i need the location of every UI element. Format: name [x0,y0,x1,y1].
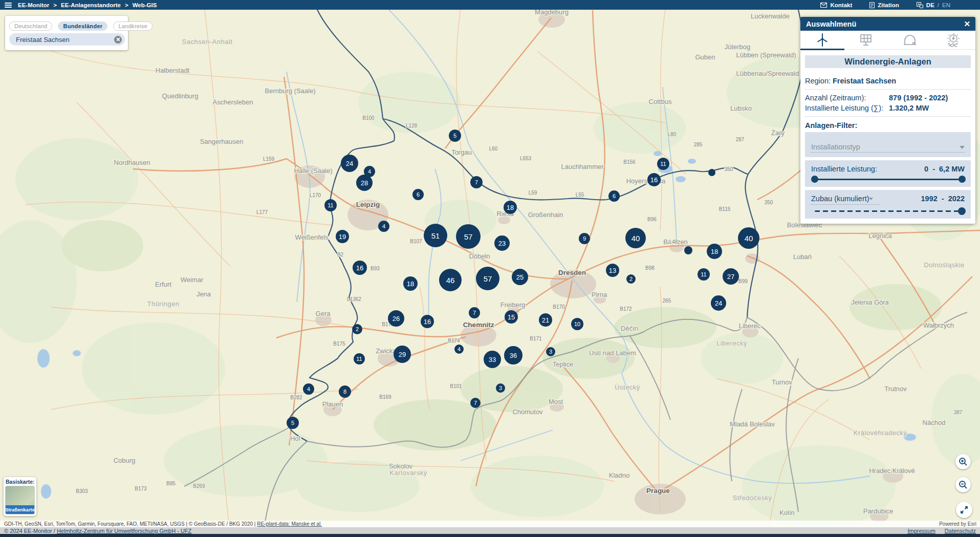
citation-link[interactable]: Zitation [869,2,899,8]
basemap-card: Basiskarte: Straßenkarte [4,477,36,516]
tab-windenergie[interactable] [800,31,844,49]
basemap-selected: Straßenkarte [6,505,34,514]
map-cluster[interactable]: 5 [449,130,461,142]
language-secondary: EN [942,2,950,8]
zubau-slider-track[interactable] [815,210,961,212]
map-cluster[interactable]: 57 [476,267,499,290]
menu-icon[interactable] [5,3,12,8]
map-cluster[interactable]: 51 [424,224,447,247]
map-cluster[interactable]: 11 [657,158,669,170]
wind-turbine-icon [815,32,830,48]
installation-type-select[interactable]: Installationstyp [805,132,971,157]
power-filter-label: Installierte Leistung: [811,165,877,173]
map-cluster[interactable]: 18 [504,201,517,214]
map-cluster[interactable]: 2 [626,274,636,284]
map-cluster[interactable]: 18 [707,244,722,259]
citation-label: Zitation [878,2,899,8]
contact-label: Kontakt [830,2,852,8]
map-cluster[interactable]: 8 [339,385,351,398]
zoom-out-button[interactable] [955,477,971,492]
map-cluster[interactable]: 13 [606,264,619,277]
map-cluster[interactable]: 16 [647,173,661,186]
region-level-tabs: Deutschland Bundesländer Landkreise [9,22,153,31]
map-cluster[interactable]: 40 [625,228,646,248]
map-cluster[interactable]: 10 [571,318,583,330]
map-cluster[interactable]: 9 [579,233,590,244]
map-cluster[interactable]: 36 [504,346,522,364]
fullscreen-button[interactable] [956,502,972,518]
datenschutz-link[interactable]: Datenschutz [945,528,976,534]
breadcrumb-anlagenstandorte[interactable]: EE-Anlagenstandorte [61,2,121,8]
map-cluster[interactable]: 24 [341,155,358,172]
solar-panel-icon [858,32,874,48]
map-cluster[interactable]: 2 [352,324,362,334]
tab-landkreise[interactable]: Landkreise [113,22,153,31]
map-cluster[interactable]: 21 [539,313,552,327]
breadcrumb-ee-monitor[interactable]: EE-Monitor [18,2,49,8]
zubau-filter-box: Zubau (kumuliert) 1992 - 2022 [805,190,971,219]
impressum-link[interactable]: Impressum [907,528,935,534]
map-cluster[interactable]: 16 [421,315,434,328]
map-cluster[interactable]: 29 [394,346,411,363]
map-cluster[interactable]: 57 [456,224,481,249]
chevron-down-icon[interactable] [960,146,965,149]
map-cluster[interactable]: 7 [470,398,481,408]
map-cluster[interactable]: 40 [738,227,759,249]
map-cluster[interactable]: 4 [364,166,375,177]
power-slider-track[interactable] [815,179,962,180]
ufz-link[interactable]: Helmholtz-Zentrum für Umweltforschung Gm… [57,528,191,534]
close-icon[interactable]: ✕ [964,20,970,28]
clear-search-icon[interactable] [114,36,122,44]
breadcrumb-separator: > [53,2,57,8]
zubau-slider-handle[interactable] [958,207,966,215]
biogas-dome-icon [902,32,918,48]
tab-bundeslaender[interactable]: Bundesländer [58,22,107,31]
power-slider-handle-max[interactable] [959,176,966,183]
power-slider-handle-min[interactable] [811,176,818,183]
map-cluster[interactable]: 15 [505,310,518,324]
breadcrumb-separator: > [125,2,128,8]
map-cluster[interactable]: 11 [324,199,337,211]
contact-link[interactable]: Kontakt [820,2,852,8]
basemap-label: Basiskarte: [4,477,36,485]
map-cluster[interactable]: 6 [412,189,424,200]
tab-wasserkraft[interactable] [932,31,976,49]
map-cluster[interactable]: 27 [723,268,739,285]
map-cluster[interactable]: 16 [353,261,367,275]
map-cluster[interactable] [708,169,715,176]
map-cluster[interactable]: 4 [454,345,464,354]
map-cluster[interactable]: 24 [711,295,726,311]
map-cluster[interactable]: 7 [470,176,483,188]
map-cluster[interactable]: 23 [494,235,510,251]
map-cluster[interactable]: 18 [403,276,418,291]
map-cluster[interactable]: 4 [303,383,314,395]
region-selector-card: Deutschland Bundesländer Landkreise [5,16,128,50]
map-cluster[interactable]: 19 [336,230,349,243]
map-cluster[interactable]: 11 [698,268,710,281]
language-switch[interactable]: DE / EN [917,2,950,8]
zoom-out-icon [958,480,968,490]
breadcrumb-web-gis[interactable]: Web-GIS [133,2,157,8]
map-cluster[interactable]: 46 [439,269,462,291]
map-cluster[interactable]: 26 [388,310,404,327]
tab-photovoltaik[interactable] [844,31,888,49]
map-cluster[interactable]: 33 [484,351,501,368]
map-cluster[interactable]: 5 [287,417,299,429]
map-cluster[interactable]: 11 [354,353,365,364]
map-cluster[interactable]: 6 [608,190,620,202]
basemap-thumbnail[interactable]: Straßenkarte [5,486,35,514]
map-cluster[interactable]: 3 [496,383,505,393]
map-cluster[interactable]: 25 [512,269,528,285]
tab-deutschland[interactable]: Deutschland [9,22,52,31]
chevron-down-icon[interactable] [869,198,873,200]
map-cluster[interactable] [684,246,692,254]
attribution-data-link[interactable]: RE-plant-data: Manske et al. [257,521,322,527]
zoom-in-button[interactable] [955,454,971,469]
map-cluster[interactable]: 3 [546,347,555,356]
hydro-power-icon [946,32,961,48]
tab-bioenergie[interactable] [888,31,932,49]
map-cluster[interactable]: 4 [378,221,389,232]
region-search-input[interactable] [9,36,114,44]
map-cluster[interactable]: 7 [469,307,480,318]
panel-title: Auswahlmenü [800,20,856,28]
